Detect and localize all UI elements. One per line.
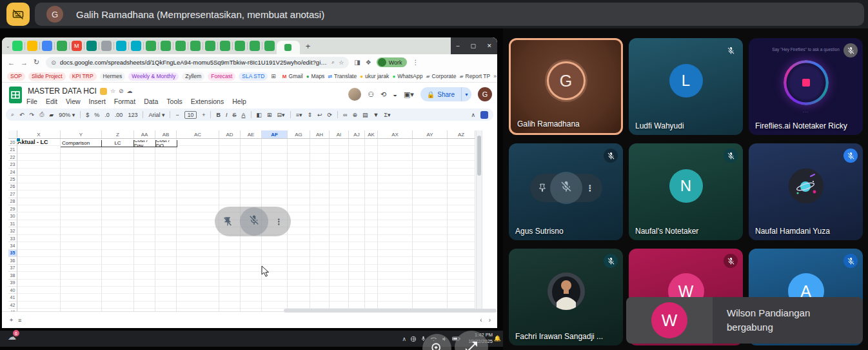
bookmark-sop[interactable]: SOP: [7, 72, 25, 81]
column-header-AG[interactable]: AG: [288, 130, 310, 139]
text-color-icon[interactable]: A: [241, 112, 245, 118]
insert-link-icon[interactable]: ∞: [343, 112, 347, 118]
row-header-41[interactable]: 41: [8, 294, 17, 301]
insert-chart-icon[interactable]: ▤: [362, 112, 368, 118]
meet-camera-icon[interactable]: ▣▾: [404, 90, 414, 99]
zoom-select[interactable]: 90% ▾: [59, 112, 75, 118]
bookmark-report-tp[interactable]: ▰Report TP: [459, 73, 490, 79]
vertical-scrollbar[interactable]: [476, 130, 482, 322]
sheets-tab-icon[interactable]: [57, 41, 67, 51]
tabs-scroll-left-icon[interactable]: ‹: [480, 316, 482, 324]
profile-chip[interactable]: Work: [377, 57, 408, 67]
bookmark-gmail[interactable]: MGmail: [282, 73, 303, 79]
sheets-tab-icon[interactable]: [190, 41, 201, 51]
forward-icon[interactable]: →: [21, 59, 28, 67]
sheets-tab-icon[interactable]: [175, 41, 186, 51]
drive-tab-icon[interactable]: [27, 41, 37, 51]
share-dropdown[interactable]: ▼: [461, 87, 471, 101]
row-header-21[interactable]: 21: [8, 146, 17, 153]
account-avatar[interactable]: G: [478, 87, 492, 101]
pin-icon[interactable]: [538, 183, 547, 192]
row-header-23[interactable]: 23: [8, 161, 17, 168]
sheets-tab-icon[interactable]: [250, 41, 260, 51]
document-title[interactable]: MASTER DATA HCI: [28, 87, 97, 96]
menu-tools[interactable]: Tools: [166, 98, 182, 105]
row-header-30[interactable]: 30: [8, 213, 17, 220]
italic-icon[interactable]: I: [226, 112, 228, 118]
undo-icon[interactable]: ↶: [19, 112, 25, 118]
column-header-AF[interactable]: AF: [262, 130, 288, 139]
participant-tile-naufal-hamdani[interactable]: Naufal Hamdani Yuza: [749, 143, 863, 240]
increase-decimal-icon[interactable]: .00: [115, 112, 123, 118]
paint-format-icon[interactable]: ▰: [49, 112, 54, 118]
font-select[interactable]: Arial ▾: [148, 112, 164, 118]
bold-icon[interactable]: B: [216, 112, 221, 118]
annotation-disabled-button[interactable]: [6, 3, 30, 26]
insert-comment-icon[interactable]: ⊕: [352, 112, 357, 118]
bookmark-maps[interactable]: ●Maps: [306, 73, 325, 79]
column-header-Y[interactable]: Y: [61, 130, 102, 139]
row-header-29[interactable]: 29: [8, 205, 17, 212]
row-header-28[interactable]: 28: [8, 198, 17, 205]
participant-tile-fireflies[interactable]: Say "Hey Fireflies" to ask a question ..…: [749, 38, 863, 135]
menu-insert[interactable]: Insert: [89, 98, 106, 105]
column-header-AB[interactable]: AB: [155, 130, 177, 139]
column-header-AH[interactable]: AH: [310, 130, 330, 139]
toolbar-search-icon[interactable]: ⌕: [11, 111, 14, 118]
star-icon[interactable]: ☆: [110, 88, 115, 94]
row-header-27[interactable]: 27: [8, 190, 17, 198]
apps-grid-icon[interactable]: ⊞: [271, 73, 276, 79]
comments-icon[interactable]: ◒: [393, 90, 397, 98]
strikethrough-icon[interactable]: S: [232, 112, 236, 118]
participant-tile-galih[interactable]: G Galih Ramadhana: [509, 38, 623, 135]
row-header-35[interactable]: 35: [8, 250, 17, 257]
presentation-hover-controls[interactable]: ⋮: [215, 207, 291, 236]
h-align-icon[interactable]: ≡▾: [296, 112, 302, 118]
side-panel-icon[interactable]: ◨: [354, 59, 360, 66]
drop-tab-icon[interactable]: [116, 41, 126, 51]
v-align-icon[interactable]: ⇕: [307, 112, 312, 118]
bookmarks-overflow-icon[interactable]: »: [493, 73, 497, 79]
move-icon[interactable]: [100, 88, 107, 95]
column-header-AD[interactable]: AD: [219, 130, 241, 139]
column-header-AJ[interactable]: AJ: [349, 130, 365, 139]
bookmark-forecast[interactable]: Forecast: [208, 72, 235, 81]
unpin-icon[interactable]: [222, 216, 233, 227]
search-icon[interactable]: ⌕: [331, 59, 335, 66]
row-header-40[interactable]: 40: [8, 287, 17, 294]
participant-tile-fachri[interactable]: Fachri Irawan Sangadji ...: [509, 249, 623, 345]
text-wrap-icon[interactable]: ↩: [317, 112, 322, 118]
tabs-scroll-right-icon[interactable]: ›: [489, 316, 491, 324]
menu-dots-icon[interactable]: ⋮: [412, 59, 419, 66]
menu-extensions[interactable]: Extensions: [191, 98, 224, 105]
row-header-36[interactable]: 36: [8, 257, 17, 264]
extension-tab-icon[interactable]: [101, 41, 112, 51]
bookmark-whatsapp[interactable]: ●WhatsApp: [392, 73, 422, 79]
comparison-header[interactable]: Cost / DO: [156, 140, 177, 147]
site-info-icon[interactable]: ⊙: [51, 59, 56, 66]
row-header-38[interactable]: 38: [8, 272, 17, 279]
collapse-toolbar-icon[interactable]: ∧: [471, 112, 475, 118]
notification-bell-icon[interactable]: 🔔: [494, 335, 501, 342]
column-header-AZ[interactable]: AZ: [448, 130, 475, 139]
sheets-tab-icon[interactable]: [161, 41, 171, 51]
decrease-decimal-icon[interactable]: .0: [104, 112, 110, 118]
bookmark-zyllem[interactable]: Zyllem: [182, 72, 204, 81]
comparison-header[interactable]: LC: [102, 140, 134, 147]
row-header-42[interactable]: 42: [8, 302, 17, 309]
menu-file[interactable]: File: [26, 98, 37, 105]
number-format-icon[interactable]: 123: [128, 112, 137, 118]
row-header-33[interactable]: 33: [8, 235, 17, 242]
fill-color-icon[interactable]: ◧: [257, 112, 262, 118]
bookmark-translate[interactable]: ⇄Translate: [328, 73, 357, 79]
functions-icon[interactable]: Σ▾: [384, 112, 390, 118]
bookmark-weekly-monthly[interactable]: Weekly & Monthly: [128, 72, 179, 81]
history-icon[interactable]: ⟲: [380, 90, 386, 99]
comparison-header[interactable]: Comparison: [61, 140, 102, 147]
more-options-icon[interactable]: ⋮: [586, 183, 595, 193]
gmail-tab-icon[interactable]: M: [72, 41, 82, 51]
bookmark-ukur-jarak[interactable]: ●ukur jarak: [360, 73, 389, 79]
font-size-input[interactable]: 10: [184, 111, 197, 119]
meet-tab-icon[interactable]: [86, 41, 97, 51]
bookmark-hermes[interactable]: Hermes: [100, 72, 126, 81]
